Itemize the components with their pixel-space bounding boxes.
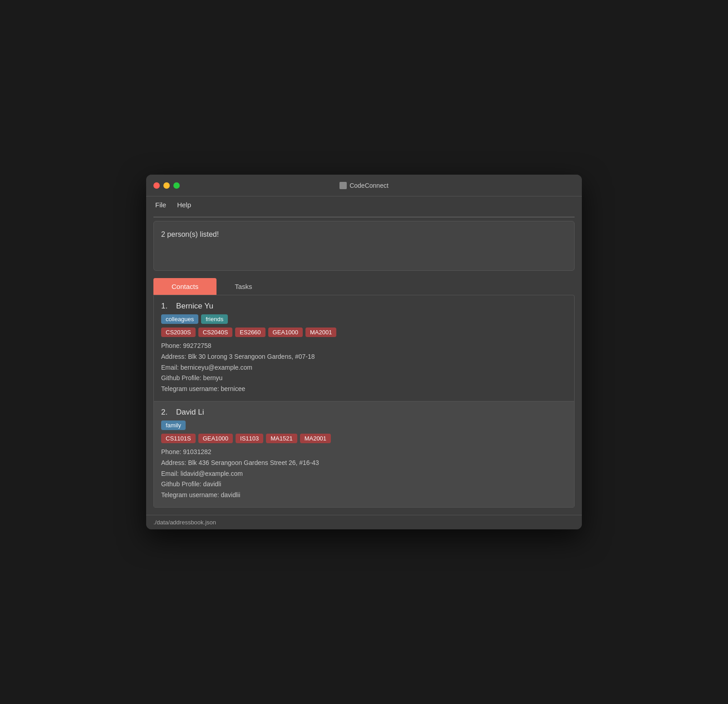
contact-phone-2: Phone: 91031282 (161, 447, 567, 458)
title-bar-title: CodeConnect (339, 182, 389, 189)
contact-fullname-1: Bernice Yu (176, 302, 213, 310)
contact-list: 1. Bernice Yu colleagues friends CS2030S… (153, 295, 575, 508)
title-bar: CodeConnect (146, 175, 582, 196)
contact-index-1: 1. (161, 302, 167, 310)
contact-fullname-2: David Li (176, 408, 204, 416)
tab-contacts[interactable]: Contacts (153, 278, 216, 295)
contact-item-2: 2. David Li family CS1101S GEA1000 IS110… (154, 401, 574, 507)
tag-ma2001-1: MA2001 (305, 328, 336, 337)
tag-cs1101s: CS1101S (161, 434, 196, 443)
contact-address-1: Address: Blk 30 Lorong 3 Serangoon Garde… (161, 352, 567, 362)
traffic-lights (153, 182, 180, 189)
main-content: 2 person(s) listed! Contacts Tasks 1. Be… (146, 221, 582, 515)
status-box: 2 person(s) listed! (153, 221, 575, 271)
module-tags-1: CS2030S CS2040S ES2660 GEA1000 MA2001 (161, 328, 567, 337)
menu-help[interactable]: Help (175, 200, 193, 210)
contact-address-2: Address: Blk 436 Serangoon Gardens Stree… (161, 458, 567, 469)
app-icon (339, 182, 347, 189)
menu-bar: File Help (146, 196, 582, 213)
module-tags-2: CS1101S GEA1000 IS1103 MA1521 MA2001 (161, 434, 567, 443)
tag-es2660: ES2660 (235, 328, 265, 337)
minimize-button[interactable] (163, 182, 170, 189)
contact-email-1: Email: berniceyu@example.com (161, 362, 567, 373)
app-title: CodeConnect (349, 182, 389, 189)
tag-gea1000-2: GEA1000 (198, 434, 233, 443)
tab-tasks[interactable]: Tasks (216, 278, 270, 295)
contact-email-2: Email: lidavid@example.com (161, 469, 567, 479)
app-window: CodeConnect File Help 2 person(s) listed… (146, 175, 582, 529)
tag-ma1521: MA1521 (266, 434, 297, 443)
menu-file[interactable]: File (153, 200, 168, 210)
tabs: Contacts Tasks (153, 278, 575, 295)
contact-phone-1: Phone: 99272758 (161, 341, 567, 352)
contact-telegram-2: Telegram username: davidlii (161, 490, 567, 501)
tag-gea1000-1: GEA1000 (268, 328, 303, 337)
tag-cs2040s: CS2040S (198, 328, 233, 337)
contact-item-1: 1. Bernice Yu colleagues friends CS2030S… (154, 295, 574, 401)
contact-github-1: Github Profile: bernyu (161, 373, 567, 384)
tag-ma2001-2: MA2001 (300, 434, 331, 443)
tag-colleagues: colleagues (161, 314, 198, 324)
status-bar: ./data/addressbook.json (146, 515, 582, 529)
close-button[interactable] (153, 182, 160, 189)
menu-divider (153, 217, 575, 217)
status-text: 2 person(s) listed! (161, 230, 219, 238)
tag-is1103: IS1103 (236, 434, 263, 443)
maximize-button[interactable] (173, 182, 180, 189)
tag-family: family (161, 420, 186, 430)
contact-name-1: 1. Bernice Yu (161, 302, 567, 311)
tag-friends: friends (201, 314, 228, 324)
contact-github-2: Github Profile: davidli (161, 479, 567, 490)
contact-details-1: Phone: 99272758 Address: Blk 30 Lorong 3… (161, 341, 567, 395)
status-bar-text: ./data/addressbook.json (153, 519, 216, 526)
contact-details-2: Phone: 91031282 Address: Blk 436 Serango… (161, 447, 567, 501)
contact-telegram-1: Telegram username: bernicee (161, 384, 567, 395)
group-tags-2: family (161, 420, 567, 430)
tag-cs2030s: CS2030S (161, 328, 196, 337)
group-tags-1: colleagues friends (161, 314, 567, 324)
contact-index-2: 2. (161, 408, 167, 416)
contact-name-2: 2. David Li (161, 408, 567, 417)
